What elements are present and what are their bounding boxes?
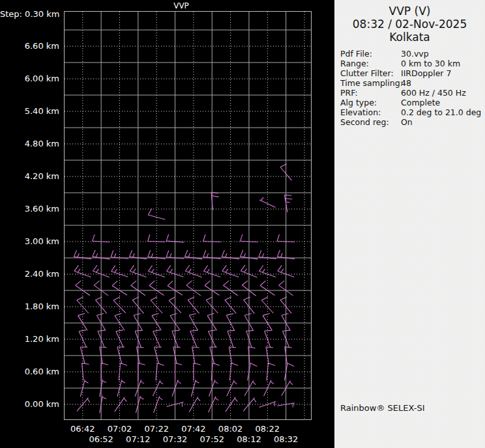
panel-site: Kolkata: [334, 31, 485, 44]
x-axis-tick-label: 06:52: [81, 434, 121, 444]
parameter-value: IIRDoppler 7: [401, 68, 485, 78]
parameter-label: Clutter Filter:: [340, 68, 401, 78]
info-panel: VVP (V) 08:32 / 02-Nov-2025 Kolkata Pdf …: [334, 0, 485, 448]
y-axis-tick-label: 2.40 km: [0, 269, 59, 279]
parameter-value: On: [401, 117, 485, 127]
parameter-label: Range:: [340, 59, 401, 68]
y-axis-tick-label: 0.60 km: [0, 367, 59, 377]
parameter-value: 600 Hz / 450 Hz: [401, 88, 485, 98]
parameter-row: Pdf File:30.vvp: [340, 49, 485, 59]
x-axis-tick-label: 06:42: [63, 424, 103, 434]
parameter-label: Pdf File:: [340, 49, 401, 59]
parameter-row: Clutter Filter:IIRDoppler 7: [340, 68, 485, 78]
y-axis-tick-label: 0.00 km: [0, 399, 59, 410]
x-axis-tick-label: 07:12: [118, 434, 158, 444]
y-axis-tick-label: 4.80 km: [0, 139, 59, 149]
wind-barbs-layer: [74, 164, 295, 413]
y-axis-tick-label: 3.00 km: [0, 236, 59, 247]
parameter-value: 0 km to 30 km: [401, 59, 485, 68]
brand-footer: Rainbow® SELEX-SI: [340, 403, 425, 413]
x-axis-tick-label: 07:42: [173, 424, 214, 434]
x-axis-tick-label: 08:32: [266, 434, 306, 444]
y-axis-tick-label: 6.00 km: [0, 74, 59, 84]
wind-barb-chart: [64, 11, 312, 421]
y-axis-tick-label: 6.60 km: [0, 41, 59, 51]
x-axis-tick-label: 07:52: [192, 434, 232, 444]
parameter-value: 48: [401, 78, 485, 88]
parameter-label: Elevation:: [340, 107, 401, 117]
y-axis-tick-label: 1.20 km: [0, 334, 59, 344]
radar-app-window: { "plot": { "title": "VVP", "step_label"…: [0, 0, 485, 448]
x-axis-tick-label: 08:02: [211, 424, 251, 434]
panel-datetime: 08:32 / 02-Nov-2025: [334, 18, 485, 31]
parameter-row: Second reg:On: [340, 117, 485, 127]
parameter-value: Complete: [401, 98, 485, 107]
x-axis-tick-label: 07:02: [100, 424, 140, 434]
parameter-list: Pdf File:30.vvpRange:0 km to 30 kmClutte…: [334, 49, 485, 127]
y-axis-tick-label: 3.60 km: [0, 204, 59, 214]
parameter-value: 30.vvp: [401, 49, 485, 59]
parameter-label: PRF:: [340, 88, 401, 98]
parameter-row: Range:0 km to 30 km: [340, 59, 485, 68]
panel-title: VVP (V): [334, 5, 485, 18]
parameter-label: Time sampling:: [340, 78, 401, 88]
vvp-plot-region: VVP Step: 0.30 km 6.60 km6.00 km5.40 km4…: [0, 0, 334, 448]
parameter-value: 0.2 deg to 21.0 deg: [401, 107, 485, 117]
parameter-row: Time sampling:48: [340, 78, 485, 88]
x-axis-tick-label: 07:22: [136, 424, 177, 434]
parameter-row: Elevation:0.2 deg to 21.0 deg: [340, 107, 485, 117]
parameter-label: Alg type:: [340, 98, 401, 107]
x-axis-tick-label: 08:12: [229, 434, 269, 444]
step-label: Step: 0.30 km: [0, 9, 59, 19]
y-axis-tick-label: 5.40 km: [0, 106, 59, 117]
x-axis-tick-label: 08:22: [247, 424, 287, 434]
parameter-row: PRF:600 Hz / 450 Hz: [340, 88, 485, 98]
y-axis-tick-label: 4.20 km: [0, 171, 59, 182]
y-axis-tick-label: 1.80 km: [0, 301, 59, 312]
plot-title: VVP: [150, 1, 213, 10]
parameter-row: Alg type:Complete: [340, 98, 485, 107]
parameter-label: Second reg:: [340, 117, 401, 127]
x-axis-tick-label: 07:32: [155, 434, 196, 444]
